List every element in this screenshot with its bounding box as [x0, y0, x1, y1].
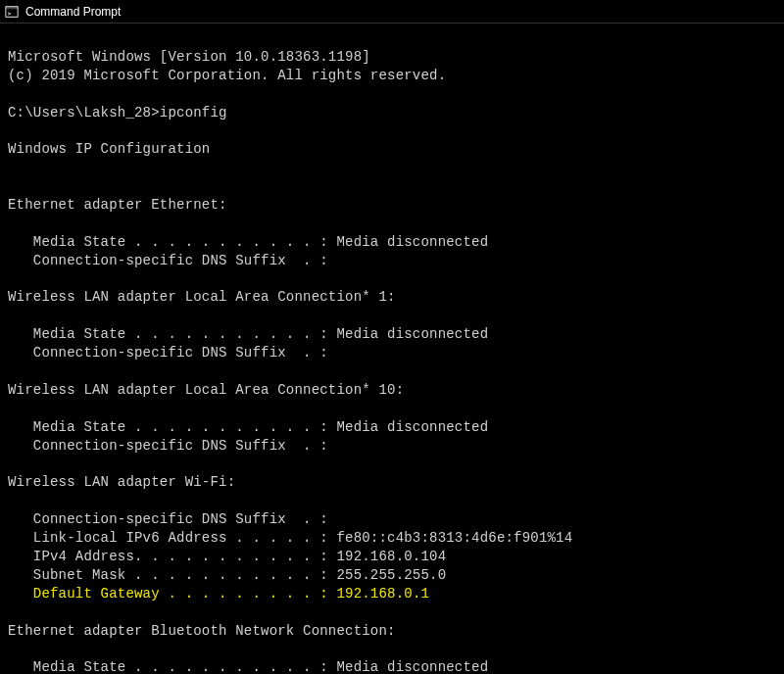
adapter-wifi-ipv4: IPv4 Address. . . . . . . . . . . : 192.… [8, 549, 446, 564]
adapter-wifi-title: Wireless LAN adapter Wi-Fi: [8, 474, 235, 490]
adapter-wlan1-title: Wireless LAN adapter Local Area Connecti… [8, 289, 396, 305]
adapter-wlan10-media-state: Media State . . . . . . . . . . . : Medi… [8, 419, 488, 435]
window-title: Command Prompt [25, 5, 121, 19]
adapter-bluetooth-media-state: Media State . . . . . . . . . . . : Medi… [8, 659, 488, 674]
command-prompt-line: C:\Users\Laksh_28>ipconfig [8, 105, 227, 120]
adapter-wlan10-dns-suffix: Connection-specific DNS Suffix . : [8, 438, 328, 454]
adapter-bluetooth-title: Ethernet adapter Bluetooth Network Conne… [8, 623, 396, 639]
adapter-wifi-gateway-label: Default Gateway . . . . . . . . . : [8, 586, 336, 602]
adapter-wifi-ipv6: Link-local IPv6 Address . . . . . : fe80… [8, 530, 572, 546]
adapter-wlan1-dns-suffix: Connection-specific DNS Suffix . : [8, 345, 328, 361]
terminal-output[interactable]: Microsoft Windows [Version 10.0.18363.11… [0, 24, 784, 674]
cmd-icon: >_ [4, 4, 20, 20]
adapter-ethernet-media-state: Media State . . . . . . . . . . . : Medi… [8, 234, 488, 250]
adapter-wifi-gateway-value: 192.168.0.1 [336, 586, 429, 602]
adapter-ethernet-title: Ethernet adapter Ethernet: [8, 197, 227, 213]
adapter-ethernet-dns-suffix: Connection-specific DNS Suffix . : [8, 253, 328, 268]
adapter-wlan10-title: Wireless LAN adapter Local Area Connecti… [8, 382, 404, 398]
adapter-wlan1-media-state: Media State . . . . . . . . . . . : Medi… [8, 326, 488, 342]
titlebar[interactable]: >_ Command Prompt [0, 0, 784, 24]
adapter-wifi-subnet: Subnet Mask . . . . . . . . . . . : 255.… [8, 567, 446, 583]
version-text: Microsoft Windows [Version 10.0.18363.11… [8, 49, 370, 65]
copyright-text: (c) 2019 Microsoft Corporation. All righ… [8, 68, 446, 83]
svg-text:>_: >_ [8, 9, 16, 17]
ipconfig-header: Windows IP Configuration [8, 141, 210, 157]
adapter-wifi-dns-suffix: Connection-specific DNS Suffix . : [8, 511, 328, 527]
